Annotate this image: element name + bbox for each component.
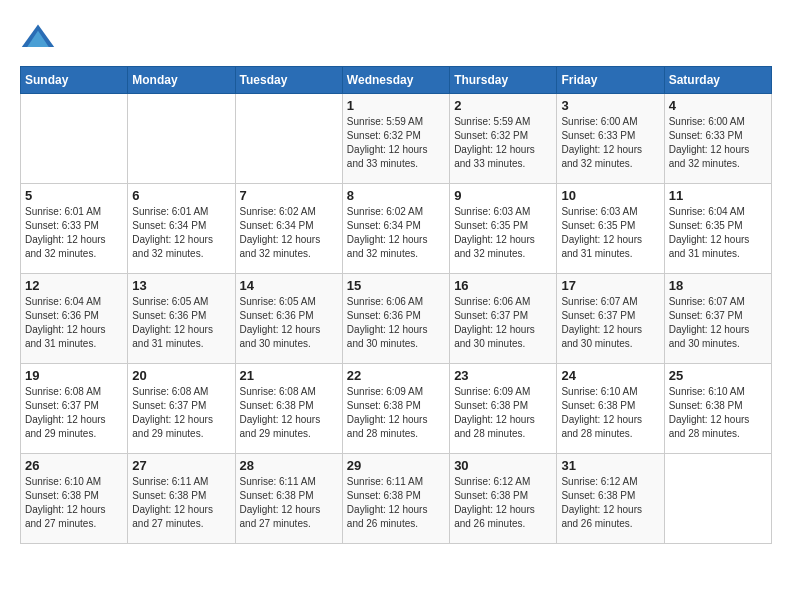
weekday-header: Thursday: [450, 67, 557, 94]
day-number: 23: [454, 368, 552, 383]
day-number: 5: [25, 188, 123, 203]
day-number: 10: [561, 188, 659, 203]
day-info: Sunrise: 6:01 AMSunset: 6:33 PMDaylight:…: [25, 205, 123, 261]
day-number: 21: [240, 368, 338, 383]
day-info: Sunrise: 6:07 AMSunset: 6:37 PMDaylight:…: [669, 295, 767, 351]
calendar-cell: 2Sunrise: 5:59 AMSunset: 6:32 PMDaylight…: [450, 94, 557, 184]
day-info: Sunrise: 6:04 AMSunset: 6:36 PMDaylight:…: [25, 295, 123, 351]
day-info: Sunrise: 6:02 AMSunset: 6:34 PMDaylight:…: [347, 205, 445, 261]
calendar-cell: [21, 94, 128, 184]
day-info: Sunrise: 6:08 AMSunset: 6:38 PMDaylight:…: [240, 385, 338, 441]
day-number: 2: [454, 98, 552, 113]
day-number: 11: [669, 188, 767, 203]
calendar-week-row: 19Sunrise: 6:08 AMSunset: 6:37 PMDayligh…: [21, 364, 772, 454]
day-info: Sunrise: 6:05 AMSunset: 6:36 PMDaylight:…: [240, 295, 338, 351]
day-info: Sunrise: 6:00 AMSunset: 6:33 PMDaylight:…: [561, 115, 659, 171]
day-info: Sunrise: 6:11 AMSunset: 6:38 PMDaylight:…: [132, 475, 230, 531]
calendar-cell: 27Sunrise: 6:11 AMSunset: 6:38 PMDayligh…: [128, 454, 235, 544]
weekday-header: Monday: [128, 67, 235, 94]
calendar-cell: [664, 454, 771, 544]
day-number: 22: [347, 368, 445, 383]
day-info: Sunrise: 6:08 AMSunset: 6:37 PMDaylight:…: [132, 385, 230, 441]
day-info: Sunrise: 6:10 AMSunset: 6:38 PMDaylight:…: [561, 385, 659, 441]
day-info: Sunrise: 6:09 AMSunset: 6:38 PMDaylight:…: [454, 385, 552, 441]
calendar-cell: 30Sunrise: 6:12 AMSunset: 6:38 PMDayligh…: [450, 454, 557, 544]
calendar-cell: 29Sunrise: 6:11 AMSunset: 6:38 PMDayligh…: [342, 454, 449, 544]
calendar-cell: 10Sunrise: 6:03 AMSunset: 6:35 PMDayligh…: [557, 184, 664, 274]
day-number: 29: [347, 458, 445, 473]
calendar-cell: 26Sunrise: 6:10 AMSunset: 6:38 PMDayligh…: [21, 454, 128, 544]
calendar-cell: 4Sunrise: 6:00 AMSunset: 6:33 PMDaylight…: [664, 94, 771, 184]
day-number: 4: [669, 98, 767, 113]
calendar-week-row: 1Sunrise: 5:59 AMSunset: 6:32 PMDaylight…: [21, 94, 772, 184]
calendar-cell: 6Sunrise: 6:01 AMSunset: 6:34 PMDaylight…: [128, 184, 235, 274]
calendar-cell: 31Sunrise: 6:12 AMSunset: 6:38 PMDayligh…: [557, 454, 664, 544]
day-info: Sunrise: 5:59 AMSunset: 6:32 PMDaylight:…: [454, 115, 552, 171]
day-number: 13: [132, 278, 230, 293]
day-info: Sunrise: 6:08 AMSunset: 6:37 PMDaylight:…: [25, 385, 123, 441]
day-info: Sunrise: 6:02 AMSunset: 6:34 PMDaylight:…: [240, 205, 338, 261]
day-number: 1: [347, 98, 445, 113]
calendar-week-row: 5Sunrise: 6:01 AMSunset: 6:33 PMDaylight…: [21, 184, 772, 274]
day-number: 8: [347, 188, 445, 203]
calendar-cell: 22Sunrise: 6:09 AMSunset: 6:38 PMDayligh…: [342, 364, 449, 454]
day-number: 17: [561, 278, 659, 293]
weekday-header: Saturday: [664, 67, 771, 94]
weekday-header: Wednesday: [342, 67, 449, 94]
weekday-header-row: SundayMondayTuesdayWednesdayThursdayFrid…: [21, 67, 772, 94]
calendar-cell: 21Sunrise: 6:08 AMSunset: 6:38 PMDayligh…: [235, 364, 342, 454]
day-number: 18: [669, 278, 767, 293]
day-info: Sunrise: 6:04 AMSunset: 6:35 PMDaylight:…: [669, 205, 767, 261]
day-info: Sunrise: 6:11 AMSunset: 6:38 PMDaylight:…: [347, 475, 445, 531]
day-info: Sunrise: 6:09 AMSunset: 6:38 PMDaylight:…: [347, 385, 445, 441]
calendar-cell: [235, 94, 342, 184]
day-info: Sunrise: 6:03 AMSunset: 6:35 PMDaylight:…: [454, 205, 552, 261]
calendar-week-row: 12Sunrise: 6:04 AMSunset: 6:36 PMDayligh…: [21, 274, 772, 364]
day-info: Sunrise: 6:03 AMSunset: 6:35 PMDaylight:…: [561, 205, 659, 261]
day-number: 24: [561, 368, 659, 383]
calendar-week-row: 26Sunrise: 6:10 AMSunset: 6:38 PMDayligh…: [21, 454, 772, 544]
calendar-cell: 7Sunrise: 6:02 AMSunset: 6:34 PMDaylight…: [235, 184, 342, 274]
page-header: [20, 20, 772, 56]
day-number: 30: [454, 458, 552, 473]
calendar-table: SundayMondayTuesdayWednesdayThursdayFrid…: [20, 66, 772, 544]
calendar-cell: 3Sunrise: 6:00 AMSunset: 6:33 PMDaylight…: [557, 94, 664, 184]
calendar-cell: 28Sunrise: 6:11 AMSunset: 6:38 PMDayligh…: [235, 454, 342, 544]
weekday-header: Sunday: [21, 67, 128, 94]
day-info: Sunrise: 6:12 AMSunset: 6:38 PMDaylight:…: [454, 475, 552, 531]
calendar-cell: 16Sunrise: 6:06 AMSunset: 6:37 PMDayligh…: [450, 274, 557, 364]
day-info: Sunrise: 6:00 AMSunset: 6:33 PMDaylight:…: [669, 115, 767, 171]
calendar-cell: 11Sunrise: 6:04 AMSunset: 6:35 PMDayligh…: [664, 184, 771, 274]
weekday-header: Tuesday: [235, 67, 342, 94]
logo: [20, 20, 62, 56]
day-number: 26: [25, 458, 123, 473]
day-info: Sunrise: 6:06 AMSunset: 6:37 PMDaylight:…: [454, 295, 552, 351]
day-number: 16: [454, 278, 552, 293]
day-number: 12: [25, 278, 123, 293]
day-number: 31: [561, 458, 659, 473]
day-number: 3: [561, 98, 659, 113]
calendar-cell: 5Sunrise: 6:01 AMSunset: 6:33 PMDaylight…: [21, 184, 128, 274]
calendar-cell: 15Sunrise: 6:06 AMSunset: 6:36 PMDayligh…: [342, 274, 449, 364]
calendar-cell: 17Sunrise: 6:07 AMSunset: 6:37 PMDayligh…: [557, 274, 664, 364]
day-number: 20: [132, 368, 230, 383]
calendar-cell: 24Sunrise: 6:10 AMSunset: 6:38 PMDayligh…: [557, 364, 664, 454]
day-info: Sunrise: 5:59 AMSunset: 6:32 PMDaylight:…: [347, 115, 445, 171]
day-number: 7: [240, 188, 338, 203]
day-number: 19: [25, 368, 123, 383]
day-number: 14: [240, 278, 338, 293]
day-info: Sunrise: 6:01 AMSunset: 6:34 PMDaylight:…: [132, 205, 230, 261]
day-number: 9: [454, 188, 552, 203]
day-number: 28: [240, 458, 338, 473]
logo-icon: [20, 20, 56, 56]
day-number: 27: [132, 458, 230, 473]
calendar-cell: 18Sunrise: 6:07 AMSunset: 6:37 PMDayligh…: [664, 274, 771, 364]
calendar-cell: 12Sunrise: 6:04 AMSunset: 6:36 PMDayligh…: [21, 274, 128, 364]
weekday-header: Friday: [557, 67, 664, 94]
calendar-cell: 14Sunrise: 6:05 AMSunset: 6:36 PMDayligh…: [235, 274, 342, 364]
day-info: Sunrise: 6:12 AMSunset: 6:38 PMDaylight:…: [561, 475, 659, 531]
calendar-cell: 23Sunrise: 6:09 AMSunset: 6:38 PMDayligh…: [450, 364, 557, 454]
calendar-cell: [128, 94, 235, 184]
calendar-cell: 13Sunrise: 6:05 AMSunset: 6:36 PMDayligh…: [128, 274, 235, 364]
calendar-cell: 9Sunrise: 6:03 AMSunset: 6:35 PMDaylight…: [450, 184, 557, 274]
